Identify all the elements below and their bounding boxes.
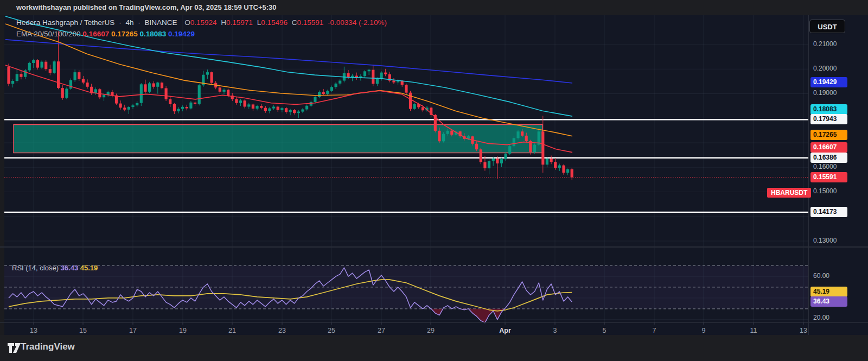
time-axis-label: 11 xyxy=(750,327,757,334)
ema-label[interactable]: EMA 20/50/100/200 xyxy=(16,30,81,38)
legend-separator: · xyxy=(119,18,122,27)
rsi-ma-value: 45.19 xyxy=(80,264,98,272)
symbol-title[interactable]: Hedera Hashgraph / TetherUS xyxy=(16,18,114,27)
low-value: 0.15496 xyxy=(261,18,288,27)
price-axis-label: 0.19000 xyxy=(810,88,847,98)
time-axis-label: 21 xyxy=(228,327,236,334)
ema-legend: EMA 20/50/100/200 0.16607 0.17265 0.1808… xyxy=(16,30,195,38)
exchange-label: BINANCE xyxy=(144,18,177,27)
price-axis-label: 20.00 xyxy=(810,313,847,323)
time-axis-label: 13 xyxy=(800,327,807,334)
candlestick-chart[interactable] xyxy=(0,15,868,335)
interval-label[interactable]: 4h xyxy=(125,18,133,27)
rsi-legend: RSI (14, close) 36.43 45.19 xyxy=(12,264,98,272)
price-axis-label: 0.20000 xyxy=(810,64,847,74)
open-value: 0.15924 xyxy=(190,18,217,27)
time-axis-label: 17 xyxy=(129,327,137,334)
price-axis-label: 0.16000 xyxy=(810,162,847,172)
open-label: O xyxy=(184,18,190,27)
price-axis-label: 36.43 xyxy=(810,296,847,307)
publish-bar: workwithshayan published on TradingView.… xyxy=(0,0,868,15)
ema50-value: 0.17265 xyxy=(111,30,138,38)
ema200-value: 0.19429 xyxy=(168,30,195,38)
time-axis-label: Apr xyxy=(499,327,511,334)
rsi-value: 36.43 xyxy=(61,264,79,272)
price-axis-label: 0.17943 xyxy=(810,114,847,124)
time-axis[interactable]: 131517192123252729Apr35791113 xyxy=(4,322,808,335)
time-axis-label: 19 xyxy=(179,327,187,334)
close-value: 0.15591 xyxy=(297,18,324,27)
ema20-value: 0.16607 xyxy=(82,30,109,38)
rsi-label[interactable]: RSI (14, close) xyxy=(12,264,59,272)
time-axis-label: 27 xyxy=(378,327,385,334)
tradingview-logo-icon[interactable] xyxy=(7,342,21,356)
time-axis-label: 23 xyxy=(278,327,286,334)
price-axis-label: 0.18083 xyxy=(810,104,847,115)
time-axis-label: 7 xyxy=(653,327,656,334)
time-axis-label: 29 xyxy=(427,327,435,334)
time-axis-label: 13 xyxy=(30,327,37,334)
price-axis-label: 0.15000 xyxy=(810,186,847,197)
chart-canvas[interactable]: Hedera Hashgraph / TetherUS · 4h · BINAN… xyxy=(0,15,868,335)
price-axis-label: 60.00 xyxy=(810,271,847,281)
tradingview-published-chart: workwithshayan published on TradingView.… xyxy=(0,0,868,361)
price-axis-label: 0.15591 xyxy=(810,172,847,182)
time-axis-label: 5 xyxy=(603,327,607,334)
price-axis-label: 0.21000 xyxy=(810,39,847,49)
high-value: 0.15971 xyxy=(226,18,253,27)
change-value: -0.00334 (-2.10%) xyxy=(328,18,387,27)
price-axis-label: 0.14173 xyxy=(810,207,847,217)
tradingview-brand[interactable]: TradingView xyxy=(21,341,75,352)
chart-legend: Hedera Hashgraph / TetherUS · 4h · BINAN… xyxy=(16,18,387,27)
legend-separator: · xyxy=(138,18,141,27)
time-axis-label: 25 xyxy=(328,327,335,334)
price-axis-label: 0.19429 xyxy=(810,77,847,87)
time-axis-label: 15 xyxy=(79,327,87,334)
time-axis-label: 3 xyxy=(553,327,557,334)
price-axis-label: 0.17265 xyxy=(810,130,847,140)
price-axis-label: 45.19 xyxy=(810,287,847,297)
high-label: H xyxy=(221,18,226,27)
time-axis-label: 9 xyxy=(702,327,706,334)
close-label: C xyxy=(292,18,297,27)
price-axis-label: 0.16607 xyxy=(810,142,847,153)
symbol-price-tag: HBARUSDT xyxy=(767,188,811,198)
ema100-value: 0.18083 xyxy=(140,30,167,38)
footer-bar: TradingView xyxy=(0,335,868,361)
price-axis[interactable]: 0.210000.200000.194290.190000.180830.179… xyxy=(808,15,868,322)
price-axis-label: 0.13000 xyxy=(810,236,847,246)
